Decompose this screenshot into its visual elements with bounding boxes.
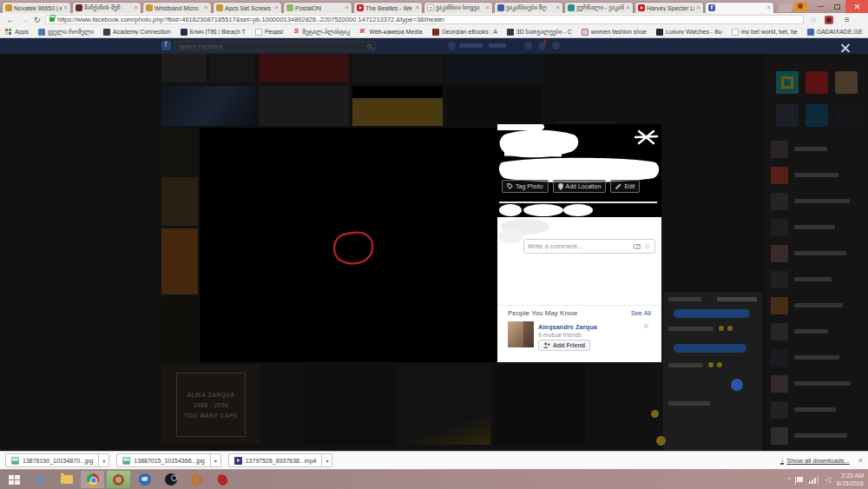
reload-button[interactable]: ↻ [34, 13, 41, 26]
close-theater-icon[interactable] [839, 43, 851, 54]
taskbar-thunderbird[interactable] [133, 471, 156, 488]
tab-close-icon[interactable]: × [696, 4, 700, 11]
suggestion-name-link[interactable]: Aleqsandre Zarqua [538, 323, 597, 331]
tab-novatek[interactable]: Novatek 96650 | e× [2, 2, 71, 13]
show-all-downloads-link[interactable]: ↓ Show all downloads... [780, 457, 850, 465]
bookmark-item[interactable]: Web-камера Media [359, 29, 422, 36]
bookmark-item[interactable]: women fashion shoe [582, 29, 647, 36]
extension-icon[interactable] [825, 13, 833, 26]
taskbar-opera[interactable] [107, 471, 130, 488]
add-location-button[interactable]: Add Location [553, 180, 607, 193]
thunderbird-icon [139, 473, 151, 486]
contact-row-dimmed [771, 323, 865, 344]
apps-shortcut[interactable]: Apps [5, 29, 29, 36]
close-shelf-icon[interactable]: × [858, 456, 863, 465]
bookmark-item[interactable]: GADAIXADE.GE [807, 29, 863, 36]
edit-pencil-icon [615, 183, 621, 189]
smiley-icon[interactable]: ☺ [644, 243, 651, 250]
back-button[interactable]: ← [6, 13, 15, 26]
taskbar-app-red[interactable] [211, 471, 234, 488]
bookmark-item[interactable]: Academy Connection [103, 29, 171, 36]
dismiss-suggestion-icon[interactable] [643, 323, 649, 329]
new-tab-button[interactable] [777, 3, 794, 12]
edit-button[interactable]: Edit [610, 180, 640, 193]
chrome-menu-icon[interactable]: ≡ [845, 13, 850, 26]
tab-close-icon[interactable]: × [415, 4, 419, 11]
bookmark-item[interactable]: Pegasi [255, 29, 283, 36]
tab-close-icon[interactable]: × [766, 4, 771, 11]
add-friend-button[interactable]: Add Friend [538, 340, 590, 351]
url-bar[interactable]: https://www.facebook.com/photo.php?fbid=… [45, 15, 804, 24]
comment-box[interactable]: ☺ [523, 239, 655, 254]
photo-thumbnail-dimmed [446, 86, 542, 126]
minimize-button[interactable] [812, 0, 829, 13]
bookmark-item[interactable]: ყველა რომელი [38, 29, 94, 36]
see-all-link[interactable]: See All [631, 309, 651, 317]
tab-apcs-screws[interactable]: Apcs Set Screws fo× [213, 2, 282, 13]
download-item[interactable]: 13797528_8937638...mp4 ▾ [228, 453, 333, 467]
tab-title: Harvey Specter Li [647, 5, 694, 11]
tab-wristband[interactable]: Wristband Micro× [142, 2, 212, 13]
suggestion-avatar[interactable] [508, 321, 534, 347]
maximize-button[interactable] [829, 0, 845, 13]
action-center-flag-icon[interactable] [797, 477, 803, 482]
tab-close-icon[interactable]: × [626, 4, 630, 11]
bookmark-item[interactable]: Блич [TB] / Bleach T [181, 29, 246, 36]
photo-thumbnail-dimmed [161, 297, 198, 361]
close-icon [854, 3, 860, 10]
bookmark-item[interactable]: my bet world, bet, be [732, 29, 798, 36]
tab-georgian-car[interactable]: მანქანის მეჩ× [72, 2, 141, 13]
download-caret-icon[interactable]: ▾ [211, 453, 221, 467]
tab-close-icon[interactable]: × [204, 4, 208, 11]
tab-vacancy-2[interactable]: ვაკანსიები ზღ× [494, 2, 563, 13]
opera-icon [113, 474, 124, 486]
start-button[interactable] [3, 471, 26, 488]
photo-thumbnail-dimmed [161, 86, 255, 126]
taskbar-file-explorer[interactable] [55, 471, 78, 488]
contact-name-dimmed [794, 251, 846, 255]
taskbar-internet-explorer[interactable]: e [29, 471, 52, 488]
contact-row-dimmed [771, 297, 865, 318]
tab-close-icon[interactable]: × [274, 4, 279, 11]
tab-facebook-active[interactable]: × [705, 2, 774, 13]
download-caret-icon[interactable]: ▾ [322, 453, 332, 467]
taskbar-chrome-active[interactable] [81, 471, 104, 488]
tab-postalon[interactable]: PostalON× [283, 2, 352, 13]
download-caret-icon[interactable]: ▾ [99, 453, 109, 467]
tray-show-hidden-icon[interactable]: ^ [787, 476, 791, 483]
tab-close-icon[interactable]: × [556, 4, 560, 11]
taskbar-app-orange[interactable] [185, 471, 208, 488]
network-icon[interactable] [809, 476, 819, 484]
tab-journal[interactable]: ჟურნალი - ვაკან× [564, 2, 634, 13]
bookmark-item[interactable]: Georgian eBooks : A [432, 29, 497, 36]
download-item[interactable]: 13876190_10154870...jpg ▾ [5, 453, 109, 467]
camera-icon[interactable] [634, 244, 641, 249]
chrome-profile-avatar[interactable] [794, 2, 807, 12]
contact-row-dimmed [771, 401, 865, 422]
bookmark-item[interactable]: 3D სათვალეები - C [507, 29, 572, 36]
tag-photo-button[interactable]: Tag Photo [502, 180, 549, 193]
chat-bubble-dimmed [674, 344, 746, 353]
close-window-button[interactable] [845, 0, 868, 13]
bookmark-item[interactable]: Luxury Watches - Bu [656, 29, 722, 36]
volume-icon[interactable]: ◁ [825, 476, 831, 484]
taskbar-clock[interactable]: 2:23 AM 8/15/2016 [837, 472, 864, 488]
chat-text-dimmed [668, 363, 703, 367]
tab-beatles[interactable]: The Beatles - We× [353, 2, 423, 13]
tab-close-icon[interactable]: × [134, 4, 138, 11]
taskbar-steam[interactable] [159, 471, 182, 488]
bookmark-star-icon[interactable]: ☆ [810, 13, 817, 26]
forward-button[interactable]: → [20, 13, 29, 26]
contact-row-dimmed [771, 271, 865, 292]
tab-title: The Beatles - We [365, 5, 413, 11]
tab-close-icon[interactable]: × [485, 4, 490, 11]
comment-input[interactable] [528, 242, 634, 250]
red-hand-icon [217, 472, 228, 486]
tab-vacancy-1[interactable]: ვაკანსია სოყვა× [424, 2, 493, 13]
tab-close-icon[interactable]: × [63, 4, 68, 11]
bookmark-item[interactable]: მეტალ-პლასტიკ [293, 29, 350, 36]
tab-close-icon[interactable]: × [345, 4, 349, 11]
download-item[interactable]: 13887015_10154366...jpg ▾ [116, 453, 220, 467]
tab-harvey-specter[interactable]: Harvey Specter Li× [635, 2, 704, 13]
photo-viewer-image[interactable] [200, 128, 497, 362]
